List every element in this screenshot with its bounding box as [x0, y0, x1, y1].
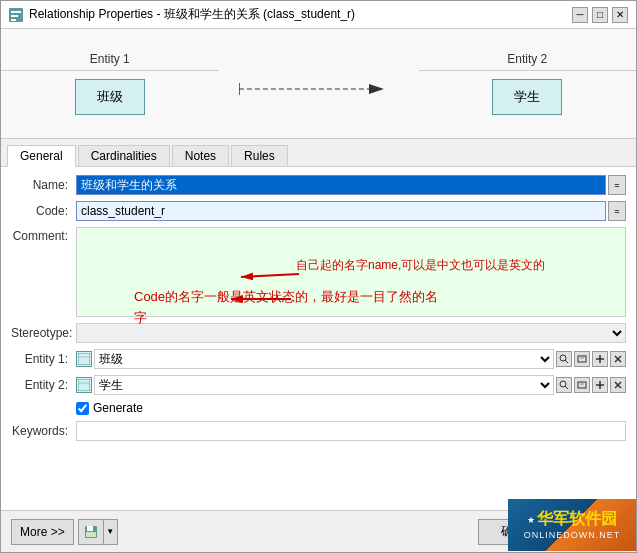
- name-input-container: =: [76, 175, 626, 195]
- svg-rect-21: [578, 382, 586, 388]
- entity2-label: 学生: [514, 88, 540, 106]
- name-input-btn[interactable]: =: [608, 175, 626, 195]
- code-input-btn[interactable]: =: [608, 201, 626, 221]
- tab-notes[interactable]: Notes: [172, 145, 229, 166]
- entity2-box: 学生: [492, 79, 562, 115]
- entity1-delete-btn[interactable]: [610, 351, 626, 367]
- keywords-row: Keywords:: [11, 421, 626, 441]
- watermark-line1: 华军软件园: [537, 509, 617, 530]
- comment-row: Comment:: [11, 227, 626, 317]
- stereotype-row: Stereotype:: [11, 323, 626, 343]
- save-button[interactable]: [78, 519, 104, 545]
- generate-row: Generate: [76, 401, 626, 415]
- code-input-container: =: [76, 201, 626, 221]
- watermark: ★ 华军软件园 ONLINEDOWN.NET: [508, 499, 636, 551]
- button-bar-right: 确定 取消 ★ 华军软件园 ONLINEDOWN.NET: [478, 519, 626, 545]
- maximize-button[interactable]: □: [592, 7, 608, 23]
- tab-general[interactable]: General: [7, 145, 76, 167]
- comment-label: Comment:: [11, 227, 76, 243]
- entity2-row: Entity 2: 学生: [11, 375, 626, 395]
- entity2-column: Entity 2 学生: [419, 52, 637, 115]
- name-input[interactable]: [76, 175, 606, 195]
- save-button-group: ▼: [78, 519, 118, 545]
- svg-rect-17: [78, 379, 90, 391]
- entity2-select-container: 学生: [76, 375, 626, 395]
- svg-rect-31: [87, 526, 93, 531]
- code-row: Code: =: [11, 201, 626, 221]
- stereotype-select[interactable]: [76, 323, 626, 343]
- window-title: Relationship Properties - 班级和学生的关系 (clas…: [29, 6, 355, 23]
- keywords-label: Keywords:: [11, 424, 76, 438]
- title-bar-controls: ─ □ ✕: [572, 7, 628, 23]
- entity2-new-btn[interactable]: [592, 377, 608, 393]
- svg-rect-3: [11, 19, 16, 21]
- form-area: Name: = Code: = Comment:: [1, 167, 636, 510]
- entity2-icon: [76, 377, 92, 393]
- svg-marker-5: [369, 84, 384, 94]
- keywords-input[interactable]: [76, 421, 626, 441]
- tab-rules[interactable]: Rules: [231, 145, 288, 166]
- title-bar-left: Relationship Properties - 班级和学生的关系 (clas…: [9, 6, 355, 23]
- generate-label: Generate: [93, 401, 143, 415]
- entity1-icon: [76, 351, 92, 367]
- main-window: Relationship Properties - 班级和学生的关系 (clas…: [0, 0, 637, 553]
- svg-rect-32: [86, 532, 96, 537]
- watermark-line2: ONLINEDOWN.NET: [524, 530, 621, 540]
- entity1-column: Entity 1 班级: [1, 52, 219, 115]
- svg-rect-1: [11, 11, 21, 13]
- generate-checkbox[interactable]: [76, 402, 89, 415]
- svg-rect-11: [578, 356, 586, 362]
- entity1-row: Entity 1: 班级: [11, 349, 626, 369]
- svg-rect-7: [78, 353, 90, 365]
- entity2-browse-btn[interactable]: [556, 377, 572, 393]
- entity1-select[interactable]: 班级: [94, 349, 554, 369]
- tabs-area: General Cardinalities Notes Rules: [1, 139, 636, 167]
- svg-line-10: [565, 360, 568, 363]
- entity1-browse-btn[interactable]: [556, 351, 572, 367]
- comment-input[interactable]: [76, 227, 626, 317]
- entity1-select-container: 班级: [76, 349, 626, 369]
- entity1-props-btn[interactable]: [574, 351, 590, 367]
- title-bar: Relationship Properties - 班级和学生的关系 (clas…: [1, 1, 636, 29]
- entity1-box: 班级: [75, 79, 145, 115]
- relationship-arrow: [239, 71, 399, 107]
- entity2-props-btn[interactable]: [574, 377, 590, 393]
- watermark-icon: ★: [527, 515, 535, 525]
- svg-rect-2: [11, 15, 18, 17]
- entity2-select[interactable]: 学生: [94, 375, 554, 395]
- entity1-new-btn[interactable]: [592, 351, 608, 367]
- code-label: Code:: [11, 204, 76, 218]
- code-input[interactable]: [76, 201, 606, 221]
- tab-cardinalities[interactable]: Cardinalities: [78, 145, 170, 166]
- more-button[interactable]: More >>: [11, 519, 74, 545]
- svg-line-20: [565, 386, 568, 389]
- name-label: Name:: [11, 178, 76, 192]
- close-button[interactable]: ✕: [612, 7, 628, 23]
- diagram-center: [219, 52, 419, 115]
- stereotype-label: Stereotype:: [11, 326, 76, 340]
- entity1-label: 班级: [97, 88, 123, 106]
- save-icon: [84, 525, 98, 539]
- button-bar-left: More >> ▼: [11, 519, 118, 545]
- button-bar: More >> ▼ 确定 取消: [1, 510, 636, 552]
- minimize-button[interactable]: ─: [572, 7, 588, 23]
- entity2-delete-btn[interactable]: [610, 377, 626, 393]
- window-icon: [9, 8, 23, 22]
- entity1-field-label: Entity 1:: [11, 352, 76, 366]
- entity2-header: Entity 2: [419, 52, 637, 71]
- save-dropdown-button[interactable]: ▼: [104, 519, 118, 545]
- watermark-inner: ★ 华军软件园 ONLINEDOWN.NET: [524, 509, 621, 540]
- entity1-header: Entity 1: [1, 52, 219, 71]
- entity-diagram-area: Entity 1 班级: [1, 29, 636, 139]
- entity2-field-label: Entity 2:: [11, 378, 76, 392]
- name-row: Name: =: [11, 175, 626, 195]
- window-body: Entity 1 班级: [1, 29, 636, 552]
